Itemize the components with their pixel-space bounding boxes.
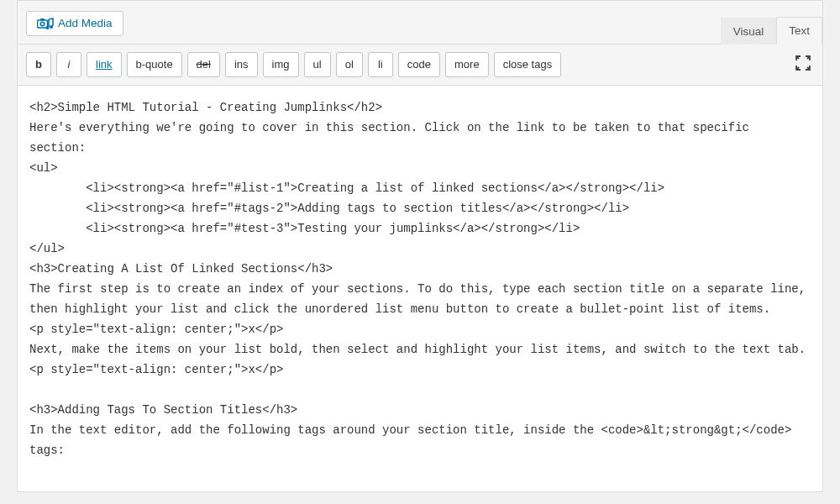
tab-text[interactable]: Text (776, 17, 822, 45)
editor-mode-tabs: Visual Text (721, 17, 822, 45)
camera-music-icon (37, 17, 52, 30)
qt-ul-button[interactable]: ul (304, 52, 331, 77)
qt-italic-button[interactable]: i (56, 52, 81, 77)
qt-img-button[interactable]: img (263, 52, 299, 77)
qt-bquote-button[interactable]: b-quote (127, 52, 182, 77)
svg-rect-0 (38, 20, 48, 28)
svg-rect-2 (40, 18, 45, 21)
qt-code-button[interactable]: code (398, 52, 440, 77)
qt-ol-button[interactable]: ol (336, 52, 363, 77)
qt-ins-button[interactable]: ins (225, 52, 258, 77)
svg-point-3 (50, 25, 53, 29)
svg-point-1 (40, 22, 44, 25)
fullscreen-icon[interactable] (795, 55, 811, 71)
content-textarea[interactable] (18, 86, 822, 489)
add-media-label: Add Media (58, 17, 113, 29)
qt-link-button[interactable]: link (87, 52, 122, 77)
qt-close-tags-button[interactable]: close tags (494, 52, 562, 77)
qt-del-button[interactable]: del (187, 52, 220, 77)
quicktags-toolbar: b i link b-quote del ins img ul ol li co… (18, 45, 822, 86)
post-editor: Add Media Visual Text b i link b-quote d… (17, 0, 823, 492)
qt-more-button[interactable]: more (445, 52, 489, 77)
qt-li-button[interactable]: li (368, 52, 393, 77)
editor-top-bar: Add Media Visual Text (18, 1, 822, 45)
qt-bold-button[interactable]: b (26, 52, 51, 77)
add-media-button[interactable]: Add Media (26, 11, 123, 36)
tab-visual[interactable]: Visual (721, 18, 777, 45)
